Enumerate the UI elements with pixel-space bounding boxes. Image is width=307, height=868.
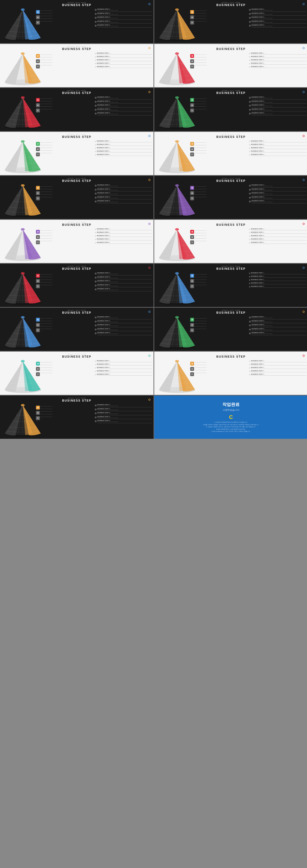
step-content: BUSINESS STEP 1 › To what akin or minim … [97, 316, 152, 319]
icon-box-0: ▣ [190, 274, 194, 278]
step-content: BUSINESS STEP 3 › [97, 235, 152, 237]
step-dot [249, 371, 250, 372]
step-dot [95, 13, 97, 15]
step-desc: To what akin or minim veniam, quis nostr… [97, 18, 152, 19]
icon-box-0: ▣ [190, 186, 194, 190]
center-icons: ▣◉⊞ [190, 186, 194, 200]
step-content: BUSINESS STEP 5 › To what akin or minim … [97, 200, 152, 204]
step-content: BUSINESS STEP 2 › To what akin or minim … [251, 188, 307, 192]
step-label: BUSINESS STEP 3 › [97, 59, 152, 61]
connector-2 [40, 16, 52, 16]
step-dot [95, 185, 97, 187]
step-dot [249, 361, 250, 362]
step-content: BUSINESS STEP 1 › To what akin or minim … [251, 316, 307, 319]
title-area: INSERT TEXT HERE BUSINESS STEP [62, 353, 91, 358]
connector-2 [40, 148, 52, 148]
step-item-3: BUSINESS STEP 3 › [249, 147, 307, 149]
step-content: BUSINESS STEP 1 › To what akin or minim … [251, 8, 307, 12]
step-dot [95, 101, 97, 103]
icon-box-1: ◉ [36, 367, 40, 371]
step-content: BUSINESS STEP 4 › To what akin or minim … [251, 196, 307, 199]
main-title: BUSINESS STEP [216, 355, 246, 358]
step-item-2: BUSINESS STEP 2 › [95, 363, 152, 366]
step-desc: To what akin or minim veniam, quis nostr… [251, 186, 307, 187]
step-content: BUSINESS STEP 4 › [97, 150, 152, 153]
steps-area: BUSINESS STEP 1 › To what akin or minim … [95, 404, 152, 424]
step-dot [95, 60, 96, 61]
icon-box-0: ▣ [36, 98, 40, 102]
step-desc: To what akin or minim veniam, quis nostr… [251, 198, 307, 199]
step-content: BUSINESS STEP 4 › [97, 370, 152, 372]
step-dot [95, 141, 96, 142]
icon-box-2: ⊞ [190, 196, 194, 200]
step-item-2: BUSINESS STEP 2 › To what akin or minim … [95, 276, 152, 280]
connector-4 [195, 153, 206, 153]
connector-0 [40, 186, 52, 187]
step-desc: To what akin or minim veniam, quis nostr… [97, 278, 152, 279]
connector-1 [195, 321, 206, 321]
step-label: BUSINESS STEP 5 › [97, 66, 152, 67]
step-item-4: BUSINESS STEP 4 › To what akin or minim … [249, 21, 307, 24]
step-content: BUSINESS STEP 5 › [251, 242, 307, 244]
step-content: BUSINESS STEP 2 › [97, 56, 152, 58]
step-content: BUSINESS STEP 3 › [251, 367, 307, 369]
icon-box-0: ▣ [36, 362, 40, 366]
step-content: BUSINESS STEP 3 › To what akin or minim … [97, 104, 152, 107]
step-desc: To what akin or minim veniam, quis nostr… [251, 102, 307, 103]
step-dot [249, 239, 250, 240]
step-content: BUSINESS STEP 4 › To what akin or minim … [251, 21, 307, 24]
icon-box-2: ⊞ [36, 240, 40, 244]
connector-4 [40, 153, 52, 153]
slide-13: INSERT TEXT HERE BUSINESS STEP ▣◉⊞ [0, 264, 154, 307]
step-dot [95, 281, 97, 282]
icon-box-0: ▣ [36, 10, 40, 14]
step-item-1: BUSINESS STEP 1 › [249, 360, 307, 362]
step-content: BUSINESS STEP 1 › [97, 228, 152, 230]
connector-1 [195, 233, 206, 233]
step-content: BUSINESS STEP 2 › [97, 144, 152, 146]
diamond-icon [148, 178, 151, 181]
step-content: BUSINESS STEP 1 › [251, 360, 307, 362]
svg-rect-104 [303, 267, 305, 269]
step-desc: To what akin or minim veniam, quis nostr… [97, 330, 152, 331]
step-content: BUSINESS STEP 2 › [251, 56, 307, 58]
step-dot [249, 148, 250, 149]
step-label: BUSINESS STEP 1 › [251, 228, 307, 229]
icon-box-0: ▣ [36, 318, 40, 321]
connector-3 [40, 19, 52, 19]
step-content: BUSINESS STEP 4 › To what akin or minim … [97, 328, 152, 332]
title-area: INSERT TEXT HERE BUSINESS STEP [62, 178, 91, 183]
step-content: BUSINESS STEP 3 › To what akin or minim … [251, 16, 307, 20]
step-label: BUSINESS STEP 4 › [251, 150, 307, 152]
steps-area: BUSINESS STEP 1 › To what akin or minim … [95, 272, 152, 292]
step-dot [249, 321, 251, 322]
steps-area: BUSINESS STEP 1 › BUSINESS STEP 2 › BUSI… [249, 228, 307, 245]
center-icons: ▣◉⊞ [36, 362, 40, 376]
icon-box-1: ◉ [190, 103, 194, 107]
step-label: BUSINESS STEP 4 › [251, 238, 307, 240]
step-item-1: BUSINESS STEP 1 › To what akin or minim … [95, 8, 152, 12]
step-dot [95, 329, 97, 331]
svg-rect-40 [303, 91, 305, 93]
center-icons: ▣◉⊞ [190, 142, 194, 156]
step-label: BUSINESS STEP 1 › [97, 52, 152, 54]
slide-8: INSERT TEXT HERE BUSINESS STEP ▣◉⊞ [154, 132, 307, 175]
step-content: BUSINESS STEP 4 › To what akin or minim … [97, 416, 152, 420]
step-label: BUSINESS STEP 2 › [97, 56, 152, 57]
step-label: BUSINESS STEP 1 › [97, 140, 152, 142]
title-area: INSERT TEXT HERE BUSINESS STEP [62, 222, 91, 226]
title-area: INSERT TEXT HERE BUSINESS STEP [62, 398, 91, 402]
slide-16: INSERT TEXT HERE BUSINESS STEP ▣◉⊞ [154, 308, 307, 351]
connector-4 [195, 241, 206, 241]
step-item-5: BUSINESS STEP 5 › To what akin or minim … [249, 24, 307, 28]
svg-rect-128 [148, 355, 150, 356]
step-item-4: BUSINESS STEP 4 › To what akin or minim … [95, 108, 152, 112]
step-label: BUSINESS STEP 2 › [251, 56, 307, 57]
step-label: BUSINESS STEP 3 › [251, 235, 307, 236]
step-content: BUSINESS STEP 3 › [251, 279, 307, 281]
icon-box-2: ⊞ [190, 240, 194, 244]
step-item-5: BUSINESS STEP 5 › [249, 242, 307, 244]
step-content: BUSINESS STEP 1 › To what akin or minim … [97, 8, 152, 12]
main-title: BUSINESS STEP [216, 267, 246, 271]
diamond-icon [148, 222, 151, 224]
